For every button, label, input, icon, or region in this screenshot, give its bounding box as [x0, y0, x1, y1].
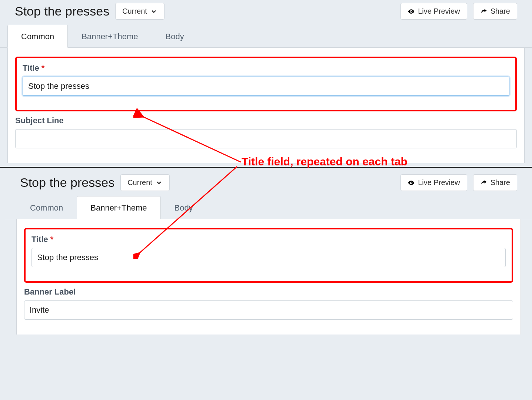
title-label-text: Title [31, 235, 48, 244]
tab-content-banner-theme: Title* Banner Label [16, 219, 521, 335]
title-label: Title* [23, 63, 509, 73]
editor-panel-banner-theme: Stop the presses Current Live Preview Sh… [0, 167, 532, 335]
title-input[interactable] [31, 248, 506, 267]
tab-banner-theme[interactable]: Banner+Theme [77, 196, 160, 219]
tab-common[interactable]: Common [16, 196, 77, 219]
tabs: Common Banner+Theme Body [5, 196, 532, 219]
eye-icon [408, 179, 415, 186]
annotation-highlight-2: Title* [24, 228, 513, 283]
version-dropdown[interactable]: Current [115, 3, 164, 20]
share-label: Share [491, 7, 510, 16]
page-title: Stop the presses [15, 4, 109, 19]
version-label: Current [127, 178, 152, 187]
chevron-down-icon [150, 8, 157, 15]
subject-label: Subject Line [15, 116, 517, 125]
banner-label-input[interactable] [24, 300, 513, 320]
page-title: Stop the presses [20, 175, 114, 190]
share-button[interactable]: Share [473, 3, 517, 20]
live-preview-label: Live Preview [418, 178, 460, 187]
tab-content-common: Title* Subject Line [7, 48, 525, 163]
header: Stop the presses Current Live Preview Sh… [0, 0, 532, 25]
title-label: Title* [31, 235, 506, 244]
share-icon [480, 8, 488, 15]
live-preview-button[interactable]: Live Preview [400, 3, 467, 20]
annotation-highlight-1: Title* [15, 57, 517, 111]
title-field-group: Title* [31, 235, 506, 267]
annotation-callout: Title field, repeated on each tab [242, 155, 408, 168]
tab-common[interactable]: Common [7, 25, 68, 48]
live-preview-button[interactable]: Live Preview [400, 174, 467, 191]
subject-input[interactable] [15, 129, 517, 148]
title-label-text: Title [23, 63, 39, 73]
chevron-down-icon [155, 179, 163, 186]
eye-icon [408, 8, 415, 15]
tab-body[interactable]: Body [161, 196, 207, 219]
share-button[interactable]: Share [473, 174, 517, 191]
share-icon [480, 179, 488, 186]
live-preview-label: Live Preview [418, 7, 460, 16]
tabs: Common Banner+Theme Body [0, 25, 532, 48]
version-dropdown[interactable]: Current [120, 174, 170, 191]
title-field-group: Title* [23, 63, 509, 96]
title-input[interactable] [23, 77, 509, 96]
banner-label: Banner Label [24, 287, 513, 297]
header: Stop the presses Current Live Preview Sh… [5, 168, 532, 196]
tab-banner-theme[interactable]: Banner+Theme [68, 25, 152, 48]
tab-body[interactable]: Body [152, 25, 198, 48]
share-label: Share [491, 178, 510, 187]
subject-field-group: Subject Line [15, 116, 517, 148]
editor-panel-common: Stop the presses Current Live Preview Sh… [0, 0, 532, 163]
banner-label-field-group: Banner Label [24, 287, 513, 320]
required-asterisk-icon: * [41, 63, 45, 73]
version-label: Current [122, 7, 147, 16]
required-asterisk-icon: * [50, 235, 54, 244]
